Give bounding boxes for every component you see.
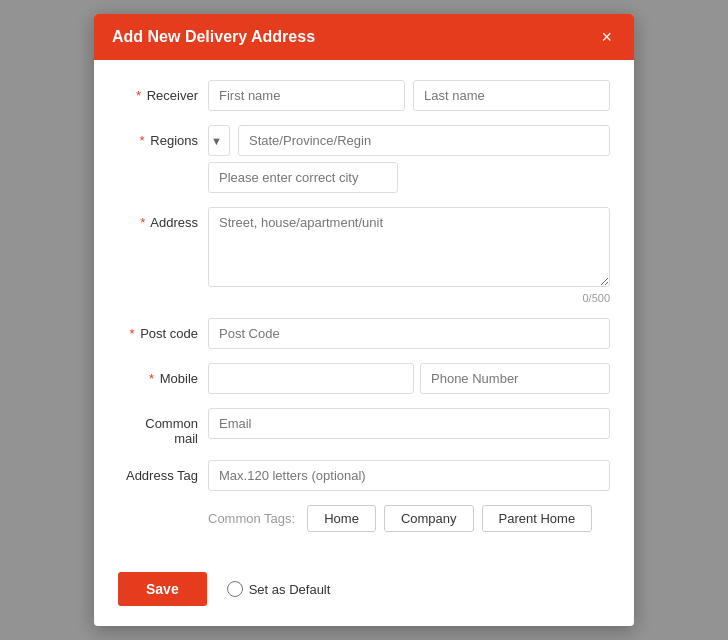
tag-parent-home-button[interactable]: Parent Home [482,505,593,532]
postcode-label: * Post code [118,318,208,341]
save-button[interactable]: Save [118,572,207,606]
close-button[interactable]: × [597,28,616,46]
default-row: Set as Default [227,581,331,597]
required-star: * [136,88,141,103]
mobile-label: * Mobile [118,363,208,386]
phone-code-input[interactable]: +86 [208,363,414,394]
address-textarea[interactable] [208,207,610,287]
address-row: * Address 0/500 [118,207,610,304]
set-default-radio[interactable] [227,581,243,597]
address-tag-input[interactable] [208,460,610,491]
address-textarea-wrapper: 0/500 [208,207,610,304]
postcode-controls [208,318,610,349]
region-selects-row: Country Of Residen ▼ [208,125,610,156]
country-select[interactable]: Country Of Residen [208,125,230,156]
regions-controls: Country Of Residen ▼ [208,125,610,193]
modal-header: Add New Delivery Address × [94,14,634,60]
address-controls: 0/500 [208,207,610,304]
state-input[interactable] [238,125,610,156]
modal-body: * Receiver * Regions [94,60,634,562]
tag-home-button[interactable]: Home [307,505,376,532]
modal-overlay: Add New Delivery Address × * Receiver [0,0,728,640]
city-input[interactable] [208,162,398,193]
city-row [208,162,610,193]
receiver-row: * Receiver [118,80,610,111]
email-input[interactable] [208,408,610,439]
first-name-input[interactable] [208,80,405,111]
name-fields-row [208,80,610,111]
required-star-5: * [149,371,154,386]
address-label: * Address [118,207,208,230]
last-name-input[interactable] [413,80,610,111]
common-tags-row: Common Tags: Home Company Parent Home [118,505,610,532]
phone-number-input[interactable] [420,363,610,394]
email-label: Common mail [118,408,208,446]
required-star-3: * [140,215,145,230]
common-tags-label: Common Tags: [208,511,295,526]
address-char-count: 0/500 [208,292,610,304]
tag-company-button[interactable]: Company [384,505,474,532]
phone-row: +86 [208,363,610,394]
modal-footer: Save Set as Default [94,562,634,626]
required-star-4: * [129,326,134,341]
mobile-controls: +86 [208,363,610,394]
add-address-modal: Add New Delivery Address × * Receiver [94,14,634,626]
regions-label: * Regions [118,125,208,148]
address-tag-controls [208,460,610,491]
postcode-input[interactable] [208,318,610,349]
required-star-2: * [140,133,145,148]
postcode-row: * Post code [118,318,610,349]
country-select-wrapper: Country Of Residen ▼ [208,125,230,156]
mobile-row: * Mobile +86 [118,363,610,394]
set-default-label: Set as Default [249,582,331,597]
receiver-label: * Receiver [118,80,208,103]
receiver-controls [208,80,610,111]
regions-row: * Regions Country Of Residen ▼ [118,125,610,193]
address-tag-label: Address Tag [118,460,208,483]
address-tag-row: Address Tag [118,460,610,491]
email-row: Common mail [118,408,610,446]
email-controls [208,408,610,439]
modal-title: Add New Delivery Address [112,28,315,46]
